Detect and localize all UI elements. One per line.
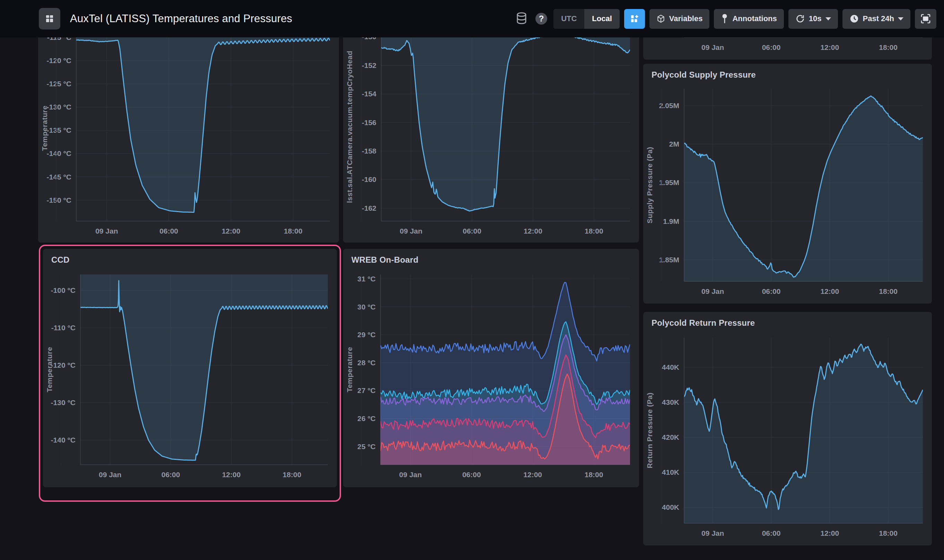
y-tick-label: 1.9M [663, 217, 679, 225]
time-series-chart[interactable]: 2.05M2M1.95M1.9M1.85M09 Jan06:0012:0018:… [643, 82, 932, 302]
x-tick-label: 06:00 [462, 471, 481, 478]
x-tick-label: 12:00 [222, 471, 241, 478]
y-axis-label: Supply Pressure (Pa) [646, 146, 653, 223]
x-tick-label: 06:00 [762, 43, 781, 51]
y-tick-label: 30 °C [357, 303, 376, 311]
y-axis-label: lsst.sal.ATCamera.vacuum.tempCryoHead [346, 51, 354, 203]
time-series-chart[interactable]: 440K430K420K410K400K09 Jan06:0012:0018:0… [643, 330, 932, 543]
y-tick-label: 1.95M [659, 178, 679, 186]
chevron-down-icon [898, 17, 904, 20]
x-tick-label: 12:00 [820, 43, 839, 51]
y-tick-label: -140 °C [47, 149, 71, 157]
y-axis-label: Temperature [346, 347, 354, 392]
x-tick-label: 18:00 [879, 287, 898, 295]
y-tick-label: -145 °C [47, 173, 71, 181]
presentation-mode-button[interactable] [915, 9, 936, 29]
variables-label: Variables [669, 14, 703, 23]
y-tick-label: 2.05M [659, 102, 679, 109]
x-tick-label: 06:00 [161, 471, 180, 478]
panel-title: Polycold Return Pressure [643, 312, 932, 330]
y-tick-label: 410K [662, 468, 679, 476]
y-tick-label: 27 °C [357, 386, 376, 394]
y-axis-label: Temperature [40, 105, 49, 151]
y-tick-label: -152 [362, 62, 376, 69]
y-tick-label: -130 °C [47, 103, 71, 111]
y-tick-label: 31 °C [357, 275, 376, 283]
time-series-chart[interactable]: -115 °C-120 °C-125 °C-130 °C-135 °C-140 … [38, 32, 339, 240]
dashboard-grid: -115 °C-120 °C-125 °C-130 °C-135 °C-140 … [0, 0, 944, 560]
timezone-utc-button[interactable]: UTC [553, 9, 584, 29]
x-tick-label: 09 Jan [701, 43, 724, 51]
ccd-panel: CCD-100 °C-110 °C-120 °C-130 °C-140 °C09… [43, 249, 337, 487]
time-series-chart[interactable]: -150-152-154-156-158-160-16209 Jan06:001… [343, 29, 639, 240]
refresh-interval-label: 10s [809, 14, 822, 23]
y-tick-label: -140 °C [51, 436, 75, 444]
variables-button[interactable]: Variables [649, 9, 710, 29]
y-axis-label: Temperature [45, 347, 53, 392]
x-tick-label: 18:00 [879, 529, 898, 537]
add-cell-icon [629, 14, 640, 24]
y-tick-label: -100 °C [51, 286, 75, 294]
x-tick-label: 18:00 [879, 43, 898, 51]
y-tick-label: -120 °C [47, 57, 71, 65]
navbar: AuxTel (LATISS) Temperatures and Pressur… [0, 0, 944, 37]
help-icon[interactable]: ? [533, 11, 549, 26]
x-tick-label: 06:00 [463, 227, 481, 235]
x-tick-label: 12:00 [820, 287, 839, 295]
time-range-label: Past 24h [863, 14, 895, 23]
x-tick-label: 18:00 [284, 227, 303, 235]
y-tick-label: -135 °C [47, 126, 71, 134]
y-tick-label: -154 [362, 90, 376, 98]
panel-title: WREB On-Board [343, 249, 639, 267]
page-title: AuxTel (LATISS) Temperatures and Pressur… [70, 12, 292, 25]
y-tick-label: -158 [362, 147, 376, 155]
x-tick-label: 06:00 [160, 227, 178, 235]
y-axis-label: Return Pressure (Pa) [646, 392, 653, 469]
y-tick-label: 28 °C [357, 358, 376, 367]
y-tick-label: 430K [662, 398, 679, 406]
refresh-interval-dropdown[interactable]: 10s [789, 9, 838, 29]
y-tick-label: 26 °C [357, 414, 376, 422]
panel-title: Polycold Supply Pressure [643, 64, 932, 82]
x-tick-label: 12:00 [222, 227, 240, 235]
x-tick-label: 18:00 [585, 471, 603, 478]
dashboards-menu-button[interactable] [39, 8, 60, 29]
annotation-pin-icon [721, 14, 729, 24]
timezone-local-button[interactable]: Local [584, 9, 619, 29]
y-tick-label: 25 °C [357, 443, 376, 451]
y-tick-label: 420K [662, 433, 679, 441]
series-fill [76, 35, 330, 212]
x-tick-label: 06:00 [762, 287, 781, 295]
y-tick-label: 440K [662, 363, 679, 371]
x-tick-label: 09 Jan [399, 471, 422, 478]
polycold-return-pressure-panel: Polycold Return Pressure440K430K420K410K… [643, 312, 932, 545]
y-tick-label: -162 [362, 204, 376, 212]
time-series-chart[interactable]: 31 °C30 °C29 °C28 °C27 °C26 °C25 °C09 Ja… [343, 267, 639, 485]
y-tick-label: -125 °C [47, 80, 71, 88]
timezone-toggle: UTC Local [553, 9, 620, 29]
fullscreen-icon [920, 13, 931, 24]
x-tick-label: 18:00 [283, 471, 301, 478]
time-range-dropdown[interactable]: Past 24h [843, 9, 911, 29]
y-tick-label: -130 °C [51, 398, 75, 406]
wreb-on-board-panel: WREB On-Board31 °C30 °C29 °C28 °C27 °C26… [343, 249, 639, 487]
y-tick-label: -156 [362, 118, 376, 126]
add-cell-button[interactable] [624, 9, 645, 29]
sources-icon[interactable] [514, 11, 529, 26]
cube-icon [656, 14, 666, 23]
chevron-down-icon [826, 17, 831, 20]
time-series-chart[interactable]: -100 °C-110 °C-120 °C-130 °C-140 °C09 Ja… [43, 267, 337, 485]
annotations-button[interactable]: Annotations [714, 9, 784, 29]
y-tick-label: -120 °C [51, 361, 75, 369]
panel-title: CCD [43, 249, 337, 267]
y-tick-label: 29 °C [357, 331, 376, 338]
series-fill [80, 274, 328, 460]
navbar-controls: ? UTC Local Variables [514, 9, 936, 29]
x-tick-label: 06:00 [762, 529, 781, 537]
x-tick-label: 12:00 [820, 529, 839, 537]
y-tick-label: 2M [669, 140, 679, 148]
y-tick-label: 1.85M [659, 256, 679, 264]
y-tick-label: -150 °C [47, 196, 71, 204]
y-tick-label: 400K [662, 503, 679, 511]
x-tick-label: 09 Jan [400, 227, 422, 235]
